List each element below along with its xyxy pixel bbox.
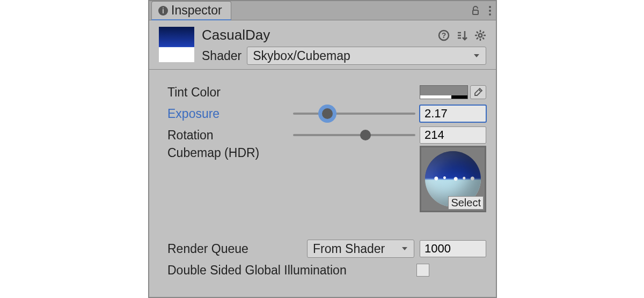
exposure-row: Exposure [167,103,486,124]
cubemap-slot[interactable]: Select [420,146,486,212]
tint-color-swatch[interactable] [420,85,468,99]
tab-label: Inspector [171,3,222,18]
material-preview-thumbnail[interactable] [159,27,194,62]
render-queue-input[interactable] [420,240,486,257]
tint-color-label: Tint Color [167,85,288,100]
chevron-down-icon [473,52,480,59]
inspector-panel: i Inspector CasualDay ? [148,0,497,298]
svg-line-12 [482,38,484,39]
render-queue-dropdown[interactable]: From Shader [307,240,414,258]
svg-point-1 [489,6,491,8]
dsgi-checkbox[interactable] [416,264,429,277]
svg-point-2 [489,10,491,12]
material-name: CasualDay [202,27,431,43]
tint-color-row: Tint Color [167,81,486,103]
tab-inspector[interactable]: i Inspector [151,1,231,20]
tab-strip: i Inspector [149,1,496,20]
shader-label: Shader [202,49,241,63]
render-queue-row: Render Queue From Shader [167,238,486,259]
info-icon: i [158,6,168,16]
render-queue-mode: From Shader [313,242,385,256]
eyedropper-button[interactable] [470,85,486,99]
cubemap-select-badge[interactable]: Select [448,196,484,210]
gear-icon[interactable] [474,29,486,41]
svg-line-14 [482,32,484,33]
exposure-slider[interactable] [293,105,415,122]
dsgi-row: Double Sided Global Illumination [167,259,486,281]
chevron-down-icon [401,245,408,252]
material-header: CasualDay ? Shader Skybox/Cubemap [149,20,496,70]
cubemap-row: Cubemap (HDR) Select [167,146,486,212]
exposure-input[interactable] [420,105,486,122]
rotation-label: Rotation [167,128,288,143]
rotation-row: Rotation [167,124,486,146]
kebab-menu-icon[interactable] [488,5,492,16]
svg-point-6 [479,33,482,36]
rotation-slider[interactable] [293,126,415,144]
svg-text:?: ? [442,31,447,40]
material-properties: Tint Color Exposure [149,70,496,297]
svg-line-13 [477,38,478,39]
cubemap-label: Cubemap (HDR) [167,146,288,160]
rotation-input[interactable] [420,126,486,144]
preset-icon[interactable] [456,29,468,41]
tint-color-value [420,86,467,95]
shader-dropdown[interactable]: Skybox/Cubemap [247,47,486,65]
svg-point-3 [489,13,491,16]
svg-rect-0 [473,10,478,14]
help-icon[interactable]: ? [438,29,450,41]
svg-line-11 [477,32,478,33]
exposure-label: Exposure [167,107,288,121]
lock-icon[interactable] [470,5,481,16]
dsgi-label: Double Sided Global Illumination [167,263,411,278]
shader-value: Skybox/Cubemap [253,49,350,63]
render-queue-label: Render Queue [167,242,302,256]
